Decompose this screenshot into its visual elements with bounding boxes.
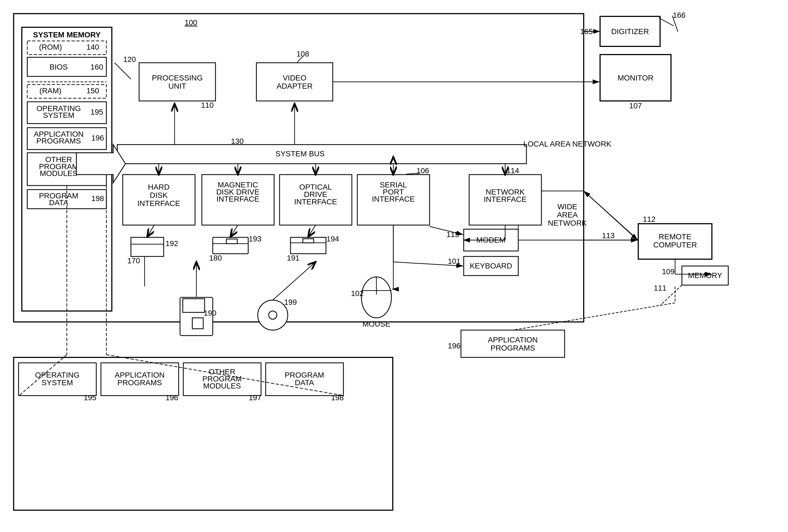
optical-ref191: 191 [287, 254, 300, 262]
bottom-data-label2: DATA [295, 378, 314, 387]
remote-app-label2: PROGRAMS [490, 344, 535, 352]
bottom-data-label1: PROGRAM [285, 371, 324, 379]
remote-app-label1: APPLICATION [488, 336, 538, 344]
hdi-label1: HARD [148, 183, 170, 191]
keyboard-ref101: 101 [448, 257, 461, 265]
monitor-label: MONITOR [617, 74, 653, 82]
bios-label: BIOS [50, 63, 68, 71]
os-label-line2: SYSTEM [43, 111, 74, 119]
ram-ref: 150 [86, 86, 99, 95]
floppy-ref193: 193 [249, 235, 261, 243]
floppy-icon-label [183, 299, 204, 312]
app-ref: 196 [91, 134, 104, 142]
ram-label: (RAM) [40, 86, 62, 95]
other-label-line3: MODULES [40, 169, 77, 178]
system-memory-label: SYSTEM MEMORY [33, 31, 101, 39]
va-label-line2: ADAPTER [277, 82, 313, 90]
digitizer-label: DIGITIZER [611, 27, 649, 36]
ref-120: 120 [123, 55, 136, 63]
hd-ref170: 170 [127, 256, 140, 265]
spi-label3: INTERFACE [372, 195, 415, 203]
pu-label-line1: PROCESSING [152, 74, 203, 82]
bios-ref: 160 [91, 63, 103, 71]
stylus-line1 [659, 18, 674, 26]
bottom-os-label1: OPERATING [35, 371, 80, 379]
sysbus-label: SYSTEM BUS [275, 150, 324, 158]
floppy-ref180: 180 [209, 254, 222, 262]
ni-ref: 114 [507, 166, 519, 175]
bottom-other-label3: MODULES [203, 382, 241, 390]
bottom-os-ref: 195 [84, 393, 97, 402]
monitor-ref: 107 [629, 101, 642, 110]
keyboard-label: KEYBOARD [470, 262, 512, 270]
remote-memory-ref111: 111 [654, 284, 667, 292]
bottom-other-ref: 197 [249, 393, 261, 402]
wan-label2: AREA [557, 211, 578, 219]
cd-icon-ref199: 199 [284, 298, 297, 307]
floppy-icon-hole [192, 318, 203, 329]
bottom-data-ref: 198 [331, 393, 344, 402]
rom-label: (ROM) [39, 43, 62, 51]
optical-slot [303, 239, 314, 243]
bottom-app-label1: APPLICATION [115, 371, 164, 379]
remote-app-ref196: 196 [448, 341, 461, 350]
hdi-label2: DISK [150, 191, 168, 199]
prog-data-ref: 198 [91, 194, 104, 203]
bottom-os-label2: SYSTEM [41, 378, 73, 387]
odi-label3: INTERFACE [294, 198, 337, 206]
modem-ref115: 115 [447, 230, 459, 239]
hdi-label3: INTERFACE [137, 199, 180, 208]
remote-memory-label: MEMORY [688, 271, 722, 280]
spi-ref: 106 [416, 166, 429, 175]
hard-disk-device [131, 237, 164, 256]
rc-ref112: 112 [643, 215, 656, 223]
wan-label3: NETWORK [548, 219, 587, 227]
prog-data-label-line2: DATA [49, 198, 68, 207]
lan-label1: LOCAL AREA NETWORK [524, 140, 612, 148]
mouse-ref102: 102 [351, 289, 364, 298]
va-label-line1: VIDEO [282, 74, 306, 82]
cd-icon-inner [269, 311, 277, 319]
rc-label2: COMPUTER [653, 241, 697, 249]
hd-ref192: 192 [165, 239, 178, 248]
sysbus-ref: 130 [231, 137, 244, 145]
rom-ref: 140 [86, 43, 99, 51]
app-label-line2: PROGRAMS [36, 137, 81, 145]
os-ref: 195 [91, 108, 103, 116]
wan-label1: WIDE [557, 202, 577, 211]
mddi-label3: INTERFACE [216, 195, 259, 203]
floppy-label-rect [226, 239, 237, 244]
pu-label-line2: UNIT [168, 82, 186, 90]
mouse-label: MOUSE [362, 320, 391, 328]
pu-ref: 110 [201, 101, 214, 110]
main-box-ref: 100 [185, 18, 197, 27]
rc-ref113: 113 [602, 231, 615, 240]
rc-label1: REMOTE [659, 233, 691, 241]
floppy-icon-ref190: 190 [204, 309, 217, 317]
bottom-app-label2: PROGRAMS [117, 378, 162, 387]
remote-memory-ref109: 109 [662, 268, 675, 276]
digitizer-ref166: 166 [673, 11, 686, 19]
ni-label2: INTERFACE [484, 195, 527, 203]
optical-ref194: 194 [327, 235, 339, 243]
bottom-app-ref: 196 [165, 393, 178, 402]
